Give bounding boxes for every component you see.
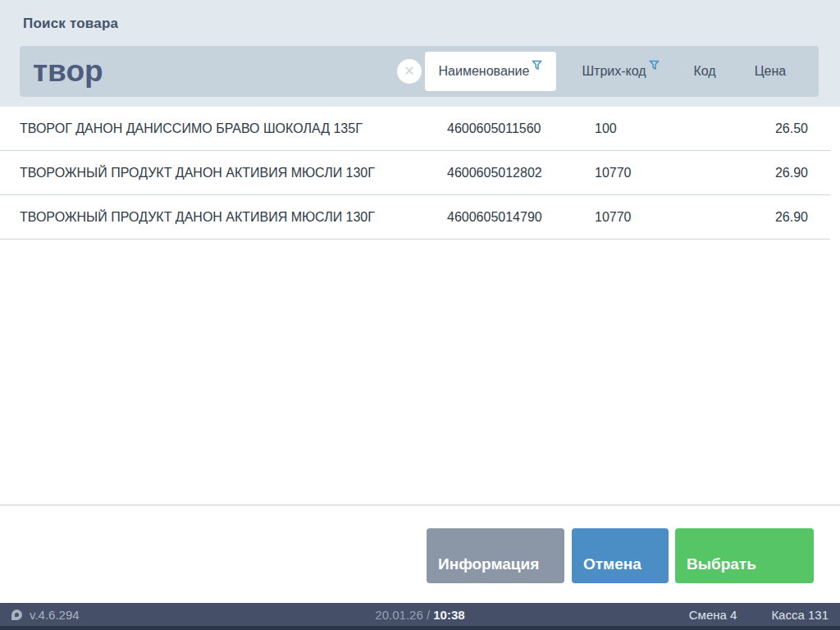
- product-price: 26.50: [775, 121, 808, 136]
- statusbar-bottom-strip: [0, 626, 840, 630]
- table-row[interactable]: ТВОРОЖНЫЙ ПРОДУКТ ДАНОН АКТИВИЯ МЮСЛИ 13…: [0, 195, 840, 240]
- table-row[interactable]: ТВОРОЖНЫЙ ПРОДУКТ ДАНОН АКТИВИЯ МЮСЛИ 13…: [0, 151, 840, 195]
- close-icon: ✕: [404, 65, 414, 78]
- tab-barcode[interactable]: Штрих-код: [561, 46, 680, 97]
- status-bar: v.4.6.294 20.01.26 / 10:38 Смена 4 Касса…: [0, 603, 840, 626]
- status-date: 20.01.26: [375, 608, 422, 622]
- tab-code-label: Код: [693, 64, 715, 79]
- tab-code[interactable]: Код: [676, 46, 733, 97]
- shift-label: Смена 4: [689, 608, 737, 622]
- statusbar-right: Смена 4 Касса 131: [689, 608, 829, 622]
- table-row[interactable]: ТВОРОГ ДАНОН ДАНИССИМО БРАВО ШОКОЛАД 135…: [0, 107, 840, 151]
- register-label: Касса 131: [771, 608, 829, 622]
- tab-name-label: Наименование: [439, 64, 530, 79]
- status-separator: /: [423, 608, 434, 622]
- product-code: 100: [595, 121, 617, 136]
- product-barcode: 4600605011560: [447, 121, 541, 136]
- product-barcode: 4600605012802: [447, 166, 542, 180]
- product-price: 26.90: [775, 210, 808, 225]
- results-table: ТВОРОГ ДАНОН ДАНИССИМО БРАВО ШОКОЛАД 135…: [0, 107, 840, 240]
- tab-barcode-label: Штрих-код: [582, 64, 646, 79]
- filter-icon: [532, 60, 542, 71]
- select-button[interactable]: Выбрать: [675, 528, 814, 583]
- footer-divider: [0, 504, 840, 505]
- cancel-button[interactable]: Отмена: [572, 528, 669, 583]
- search-bar: ✕ Наименование Штрих-код Код Цена: [20, 46, 819, 97]
- filter-icon: [649, 60, 660, 71]
- product-search-screen: Поиск товара ✕ Наименование Штрих-код Ко…: [0, 0, 840, 630]
- status-time: 10:38: [433, 608, 464, 622]
- product-code: 10770: [595, 210, 632, 225]
- tab-price-label: Цена: [755, 64, 786, 79]
- tab-price[interactable]: Цена: [742, 46, 799, 97]
- product-name: ТВОРОЖНЫЙ ПРОДУКТ ДАНОН АКТИВИЯ МЮСЛИ 13…: [20, 166, 375, 180]
- product-code: 10770: [595, 166, 632, 180]
- product-price: 26.90: [775, 166, 808, 180]
- page-title: Поиск товара: [23, 16, 118, 32]
- header: Поиск товара ✕ Наименование Штрих-код Ко…: [0, 0, 840, 107]
- info-button[interactable]: Информация: [427, 528, 564, 583]
- search-input[interactable]: [33, 51, 345, 92]
- clear-search-button[interactable]: ✕: [397, 59, 422, 84]
- tab-name[interactable]: Наименование: [425, 52, 556, 91]
- product-name: ТВОРОГ ДАНОН ДАНИССИМО БРАВО ШОКОЛАД 135…: [20, 121, 363, 136]
- product-name: ТВОРОЖНЫЙ ПРОДУКТ ДАНОН АКТИВИЯ МЮСЛИ 13…: [20, 210, 375, 225]
- product-barcode: 4600605014790: [447, 210, 542, 225]
